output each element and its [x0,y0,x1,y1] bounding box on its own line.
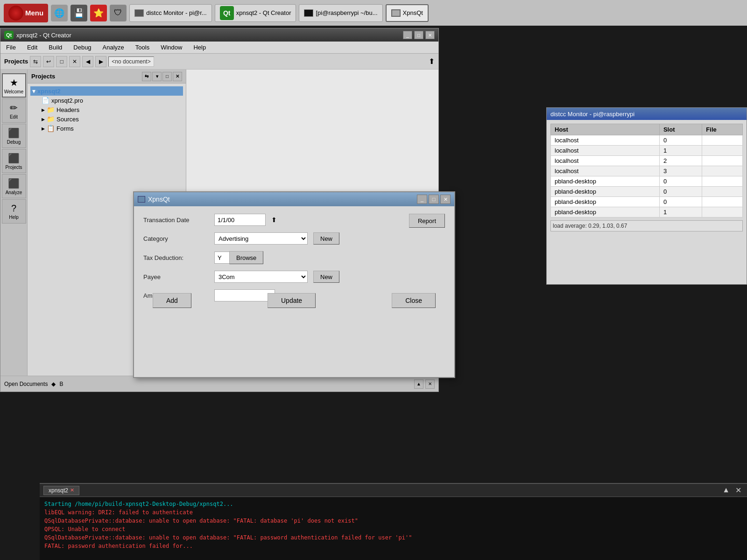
taskbar-btn-xpnsqt[interactable]: XpnsQt [386,4,429,22]
forms-folder-icon: 📋 [47,125,55,132]
distcc-file-cell [702,156,743,166]
sidebar-edit[interactable]: ✏ Edit [2,98,26,123]
panel-sync-btn[interactable]: ⇆ [142,72,151,81]
raspberry-icon [8,6,23,21]
category-select[interactable]: Advertising Food Transport [214,232,308,245]
close-dialog-button[interactable]: Close [392,293,436,308]
menu-label: Menu [25,9,43,17]
console-tab-xpnsqt2[interactable]: xpnsqt2 ✕ [43,486,79,495]
projects-icon: ⬛ [8,153,20,164]
sidebar-analyze[interactable]: ⬛ Analyze [2,174,26,198]
console-header: xpnsqt2 ✕ ▲ ✕ [40,484,747,497]
toolbar-btn-forward[interactable]: ▶ [95,56,106,67]
qt-title-icon: Qt [4,31,14,39]
menu-file[interactable]: File [4,43,18,52]
bottom-up-btn[interactable]: ▲ [414,379,423,389]
distcc-table-row: localhost 3 [551,166,743,176]
console-area: xpnsqt2 ✕ ▲ ✕ Starting /home/pi/build-xp… [40,483,747,560]
sidebar-projects[interactable]: ⬛ Projects [2,149,26,173]
dialog-maximize-btn[interactable]: □ [429,195,439,204]
distcc-host-cell: pbland-desktop [551,207,660,217]
dialog-minimize-btn[interactable]: _ [417,195,427,204]
sidebar-debug[interactable]: ⬛ Debug [2,124,26,148]
taskbar-icon-2[interactable]: 💾 [70,5,87,21]
transaction-date-input[interactable] [214,214,266,226]
category-label: Category [143,235,209,242]
tree-sources[interactable]: ▸ 📁 Sources [40,114,183,124]
taskbar-icon-3[interactable]: ⭐ [90,5,107,21]
close-button[interactable]: ✕ [425,31,435,39]
new-category-button[interactable]: New [313,232,339,245]
menu-bar: File Edit Build Debug Analyze Tools Wind… [0,42,438,54]
tree-forms[interactable]: ▸ 📋 Forms [40,124,183,133]
toolbar-btn-1[interactable]: ⇆ [30,56,41,67]
taskbar-btn-qtcreator[interactable]: Qt xpnsqt2 - Qt Creator [215,4,296,22]
analyze-icon: ⬛ [8,178,20,189]
toolbar-btn-4[interactable]: ✕ [69,56,80,67]
tree-project-root[interactable]: ▾ xpnsqt2 [30,86,183,96]
menu-help[interactable]: Help [191,43,208,52]
report-button[interactable]: Report [409,214,445,228]
menu-edit[interactable]: Edit [25,43,39,52]
update-button[interactable]: Update [268,293,316,308]
distcc-slot-cell: 0 [659,135,702,146]
distcc-title-label: distcc Monitor - pi@raspberrypi [550,111,634,118]
menu-button[interactable]: Menu [4,4,48,22]
distcc-file-cell [702,135,743,146]
maximize-button[interactable]: □ [414,31,423,39]
taskbar: Menu 🌐 💾 ⭐ 🛡 distcc Monitor - pi@r... Qt… [0,0,747,26]
menu-build[interactable]: Build [47,43,64,52]
sidebar-help[interactable]: ? Help [2,199,26,224]
tree-headers[interactable]: ▸ 📁 Headers [40,105,183,114]
toolbar-btn-2[interactable]: ↩ [43,56,54,67]
taskbar-icon-4[interactable]: 🛡 [110,5,127,21]
toolbar-btn-back[interactable]: ◀ [82,56,93,67]
date-spinner[interactable]: ⬆ [271,216,277,224]
console-close-btn[interactable]: ✕ [733,486,743,495]
taskbar-btn-terminal[interactable]: [pi@raspberrypi ~/bu... [299,4,382,22]
distcc-table-row: pbland-desktop 0 [551,187,743,197]
tree-pro-file[interactable]: 📄 xpnsqt2.pro [40,96,183,105]
toolbar-expand-btn[interactable]: ⬆ [429,57,435,66]
console-tab-label: xpnsqt2 [49,487,68,494]
panel-close-btn[interactable]: ✕ [173,72,182,81]
distcc-monitor-window: distcc Monitor - pi@raspberrypi Host Slo… [546,107,747,285]
terminal-btn-label: [pi@raspberrypi ~/bu... [316,9,377,16]
welcome-label: Welcome [4,89,24,94]
payee-select[interactable]: 3Com Adobe Amazon [214,271,308,283]
pro-file-label: xpnsqt2.pro [51,97,83,104]
welcome-icon: ★ [10,77,18,88]
menu-window[interactable]: Window [159,43,184,52]
bottom-panel-icon: B [59,381,63,387]
panel-filter-btn[interactable]: ▾ [152,72,162,81]
toolbar-btn-3[interactable]: □ [56,56,67,67]
distcc-file-cell [702,176,743,187]
dialog-close-btn[interactable]: ✕ [440,195,451,204]
taskbar-btn-distcc[interactable]: distcc Monitor - pi@r... [129,4,212,22]
new-payee-button[interactable]: New [313,271,339,283]
menu-tools[interactable]: Tools [134,43,151,52]
bottom-close-btn[interactable]: ✕ [425,379,435,389]
minimize-button[interactable]: _ [403,31,412,39]
taskbar-icon-1[interactable]: 🌐 [51,5,68,21]
qt-creator-win-controls: _ □ ✕ [403,31,435,39]
menu-debug[interactable]: Debug [71,43,93,52]
distcc-file-cell [702,146,743,156]
console-tab-close[interactable]: ✕ [70,487,74,493]
project-tree: ▾ xpnsqt2 📄 xpnsqt2.pro ▸ 📁 Headers ▸ [28,84,186,136]
distcc-host-cell: pbland-desktop [551,187,660,197]
add-button[interactable]: Add [153,293,191,308]
distcc-file-cell [702,187,743,197]
distcc-table: Host Slot File localhost 0 localhost 1 l… [550,124,743,217]
distcc-host-cell: localhost [551,146,660,156]
distcc-btn-label: distcc Monitor - pi@r... [146,9,207,16]
sidebar-welcome[interactable]: ★ Welcome [2,73,26,98]
panel-add-btn[interactable]: □ [162,72,172,81]
distcc-content: Host Slot File localhost 0 localhost 1 l… [547,120,747,235]
help-icon: ? [11,203,16,214]
browse-button[interactable]: Browse [229,251,263,264]
terminal-icon [304,9,313,17]
console-up-btn[interactable]: ▲ [720,486,732,495]
menu-analyze[interactable]: Analyze [101,43,126,52]
xpnsqt-dialog: XpnsQt _ □ ✕ Report Transaction Date ⬆ C… [133,191,455,378]
